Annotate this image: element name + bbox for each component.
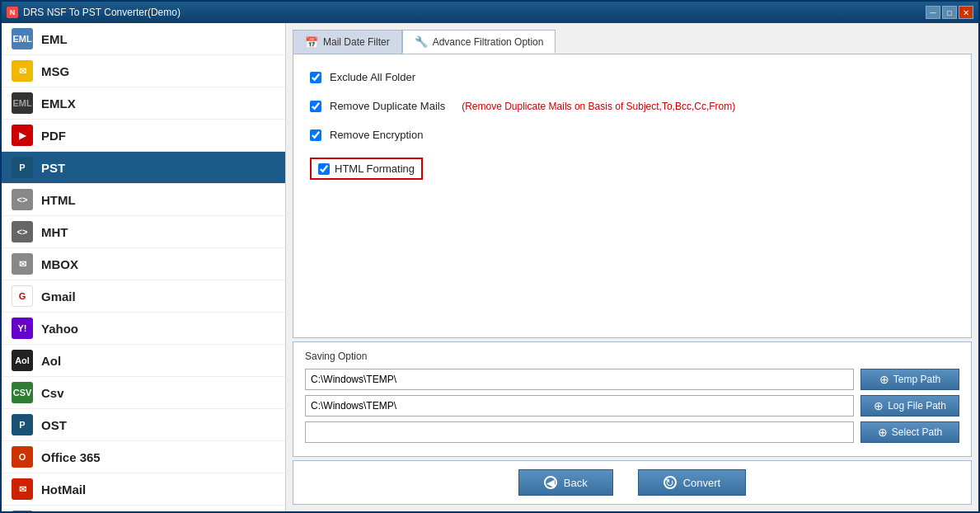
remove-duplicate-checkbox[interactable] [310,101,321,112]
right-panel: 📅 Mail Date Filter 🔧 Advance Filtration … [286,23,978,511]
main-content: EML EML ✉ MSG EML EMLX ▶ PDF P PST <> HT… [2,23,978,511]
icon-msg: ✉ [12,60,33,82]
sidebar-label-mbox: MBOX [41,257,78,271]
remove-encryption-checkbox[interactable] [310,129,321,141]
temp-path-button[interactable]: ⊕ Temp Path [860,369,959,390]
temp-path-row: ⊕ Temp Path [305,369,959,390]
tabs: 📅 Mail Date Filter 🔧 Advance Filtration … [293,30,972,54]
spacer [310,196,954,321]
saving-section: Saving Option ⊕ Temp Path ⊕ Log File Pat… [293,341,972,457]
remove-duplicate-label: Remove Duplicate Mails [330,100,445,112]
exclude-all-folder-label: Exclude All Folder [330,71,415,83]
sidebar-item-mbox[interactable]: ✉ MBOX [2,248,285,280]
select-path-btn-label: Select Path [892,426,942,438]
sidebar-label-pdf: PDF [41,129,66,143]
sidebar: EML EML ✉ MSG EML EMLX ▶ PDF P PST <> HT… [2,23,286,511]
exclude-all-folder-row: Exclude All Folder [310,71,954,83]
title-bar-left: N DRS NSF To PST Converter(Demo) [7,7,181,18]
panel-body: Exclude All Folder Remove Duplicate Mail… [293,54,972,338]
saving-title: Saving Option [305,351,959,362]
tab-advance-filtration[interactable]: 🔧 Advance Filtration Option [402,30,556,54]
temp-path-input[interactable] [305,369,854,390]
sidebar-label-html: HTML [41,193,76,207]
tab-icon-mail-date-filter: 📅 [305,36,318,49]
tab-mail-date-filter[interactable]: 📅 Mail Date Filter [293,30,402,54]
sidebar-label-emlx: EMLX [41,96,76,111]
sidebar-label-pst: PST [41,161,65,175]
icon-mht: <> [12,221,33,242]
exclude-all-folder-checkbox[interactable] [310,72,321,83]
tab-icon-advance-filtration: 🔧 [415,35,428,48]
sidebar-item-o365[interactable]: O Office 365 [2,441,285,473]
icon-live: ↔ [12,511,33,511]
sidebar-item-yahoo[interactable]: Y! Yahoo [2,313,285,345]
maximize-button[interactable]: □ [942,6,957,19]
sidebar-item-hotmail[interactable]: ✉ HotMail [2,473,285,506]
html-formatting-checkbox[interactable] [318,163,330,175]
icon-gmail: G [12,285,33,307]
html-formatting-label: HTML Formating [335,162,415,175]
html-formatting-row: HTML Formating [310,158,954,180]
sidebar-item-eml[interactable]: EML EML [2,23,285,55]
icon-html: <> [12,189,33,210]
back-icon: ◀ [544,476,557,489]
back-label: Back [564,477,588,489]
main-window: N DRS NSF To PST Converter(Demo) ─ □ ✕ E… [0,0,980,513]
temp-path-btn-label: Temp Path [893,374,940,385]
remove-encryption-label: Remove Encryption [330,129,423,141]
sidebar-item-aol[interactable]: Aol Aol [2,345,285,377]
minimize-button[interactable]: ─ [926,6,940,19]
close-button[interactable]: ✕ [959,6,973,19]
sidebar-label-hotmail: HotMail [41,482,86,497]
sidebar-label-eml: EML [41,32,68,46]
sidebar-item-pst[interactable]: P PST [2,152,285,184]
icon-csv: CSV [12,382,33,403]
back-button[interactable]: ◀ Back [518,469,613,496]
sidebar-item-emlx[interactable]: EML EMLX [2,87,285,120]
window-title: DRS NSF To PST Converter(Demo) [23,7,181,18]
log-file-button[interactable]: ⊕ Log File Path [860,395,959,417]
icon-mbox: ✉ [12,253,33,275]
sidebar-item-csv[interactable]: CSV Csv [2,377,285,409]
convert-icon: ↻ [663,476,677,489]
plus-circle-icon: ⊕ [879,373,889,386]
tab-label-mail-date-filter: Mail Date Filter [323,36,390,48]
log-file-input[interactable] [305,395,854,417]
title-controls: ─ □ ✕ [926,6,973,19]
sidebar-label-msg: MSG [41,64,69,78]
sidebar-item-ost[interactable]: P OST [2,409,285,441]
sidebar-label-aol: Aol [41,354,61,368]
plus-circle-icon3: ⊕ [878,426,888,439]
sidebar-item-html[interactable]: <> HTML [2,184,285,216]
select-path-row: ⊕ Select Path [305,421,959,443]
sidebar-label-mht: MHT [41,225,68,239]
remove-duplicate-hint: (Remove Duplicate Mails on Basis of Subj… [462,101,735,112]
select-path-button[interactable]: ⊕ Select Path [860,421,959,443]
icon-ost: P [12,414,33,435]
icon-aol: Aol [12,350,33,371]
app-icon: N [7,7,18,18]
icon-o365: O [12,446,33,468]
html-formatting-box: HTML Formating [310,158,423,180]
title-bar: N DRS NSF To PST Converter(Demo) ─ □ ✕ [2,2,978,23]
sidebar-item-gmail[interactable]: G Gmail [2,280,285,313]
sidebar-label-csv: Csv [41,386,64,400]
sidebar-item-pdf[interactable]: ▶ PDF [2,120,285,152]
tab-label-advance-filtration: Advance Filtration Option [433,36,544,48]
sidebar-label-yahoo: Yahoo [41,322,78,336]
icon-hotmail: ✉ [12,478,33,500]
sidebar-label-ost: OST [41,418,67,432]
convert-button[interactable]: ↻ Convert [638,469,747,496]
sidebar-item-mht[interactable]: <> MHT [2,216,285,248]
sidebar-item-live[interactable]: ↔ LiveExchange [2,506,285,511]
icon-pst: P [12,157,33,178]
sidebar-item-msg[interactable]: ✉ MSG [2,55,285,87]
plus-circle-icon2: ⊕ [874,399,884,412]
select-path-input[interactable] [305,421,854,443]
icon-eml: EML [12,28,33,49]
log-file-row: ⊕ Log File Path [305,395,959,417]
bottom-bar: ◀ Back ↻ Convert [293,460,972,505]
sidebar-label-gmail: Gmail [41,289,76,304]
remove-duplicate-row: Remove Duplicate Mails (Remove Duplicate… [310,100,954,112]
remove-encryption-row: Remove Encryption [310,129,954,141]
